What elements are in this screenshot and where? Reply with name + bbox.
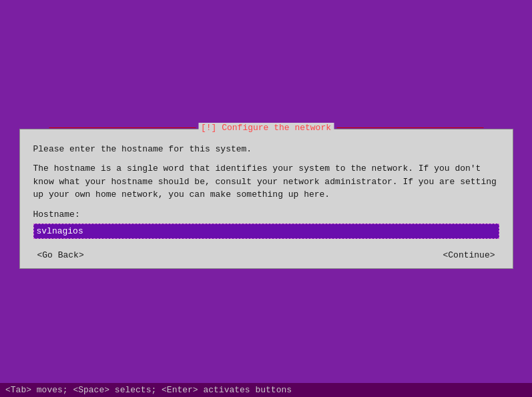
hostname-label: Hostname: xyxy=(33,210,499,220)
dialog-title-bar: [!] Configure the network xyxy=(49,123,483,133)
go-back-button[interactable]: <Go Back> xyxy=(33,249,88,262)
title-line-right xyxy=(336,127,483,128)
dialog-box: [!] Configure the network Please enter t… xyxy=(19,129,513,269)
buttons-row: <Go Back> <Continue> xyxy=(20,249,513,262)
description-text: Please enter the hostname for this syste… xyxy=(33,143,499,202)
dialog-title: [!] Configure the network xyxy=(198,123,334,133)
hostname-input-wrapper xyxy=(33,224,499,239)
description-line1: Please enter the hostname for this syste… xyxy=(33,143,499,156)
main-container: [!] Configure the network Please enter t… xyxy=(0,0,532,397)
status-bar-text: <Tab> moves; <Space> selects; <Enter> ac… xyxy=(5,385,292,395)
continue-button[interactable]: <Continue> xyxy=(439,249,499,262)
description-line2: The hostname is a single word that ident… xyxy=(33,162,499,202)
status-bar: <Tab> moves; <Space> selects; <Enter> ac… xyxy=(0,383,532,397)
dialog-content: Please enter the hostname for this syste… xyxy=(20,129,513,249)
hostname-input[interactable] xyxy=(37,226,496,236)
title-line-left xyxy=(49,127,196,128)
